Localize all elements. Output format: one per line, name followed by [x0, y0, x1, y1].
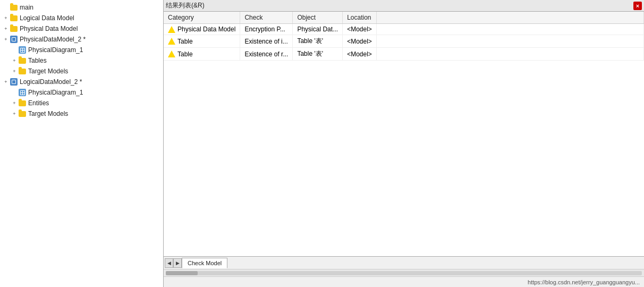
tab-scroll-right[interactable]: ▶	[173, 258, 182, 268]
tree-item-tables[interactable]: + Tables	[0, 55, 163, 66]
result-panel: 结果列表(&R) × Category Check Object Locatio…	[164, 0, 644, 287]
folder-icon-targetmodels-b	[18, 109, 27, 118]
folder-icon-physical	[10, 24, 18, 33]
tree-item-main[interactable]: main	[0, 2, 163, 13]
expand-icon-logical: +	[2, 14, 10, 22]
tree-label-tables: Tables	[28, 57, 47, 64]
col-check: Check	[240, 12, 293, 24]
table-row[interactable]: Table Existence of r... Table '表' <Model…	[164, 48, 644, 61]
tree-item-physdiag1b[interactable]: PhysicalDiagram_1	[0, 87, 163, 98]
table-row[interactable]: Physical Data Model Encryption P... Phys…	[164, 24, 644, 35]
expand-icon-entities: +	[11, 99, 18, 107]
tree-item-targetmodels-a[interactable]: + Target Models	[0, 66, 163, 77]
tab-check-model[interactable]: Check Model	[182, 258, 227, 268]
expand-icon-ldm2: +	[2, 78, 10, 86]
table-row[interactable]: Table Existence of i... Table '表' <Model…	[164, 35, 644, 48]
result-table-container: Category Check Object Location Physical …	[164, 12, 644, 256]
tree-label-pdm2: PhysicalDataModel_2 *	[20, 36, 86, 43]
scroll-thumb	[166, 271, 198, 275]
close-button[interactable]: ×	[633, 2, 642, 10]
tree-item-physdiag1[interactable]: PhysicalDiagram_1	[0, 45, 163, 55]
tab-bar: ◀ ▶ Check Model	[164, 256, 644, 269]
row2-object: Table '表'	[293, 35, 343, 48]
expand-icon-main	[2, 4, 10, 11]
expand-icon-tables: +	[11, 57, 18, 64]
table-body: Physical Data Model Encryption P... Phys…	[164, 24, 644, 61]
row3-location: <Model>	[343, 48, 377, 61]
row1-location: <Model>	[343, 24, 377, 35]
expand-icon-targetmodels-b: +	[11, 110, 18, 117]
warning-icon	[168, 50, 175, 57]
diagram-icon-physdiag1	[18, 46, 27, 54]
tree-label-main: main	[20, 4, 33, 11]
tab-scroll-left[interactable]: ◀	[165, 258, 173, 268]
tree-item-pdm2[interactable]: + PhysicalDataModel_2 *	[0, 34, 163, 45]
tree-label-logical: Logical Data Model	[20, 14, 74, 22]
row2-location: <Model>	[343, 35, 377, 48]
warning-icon	[168, 26, 175, 33]
row3-check: Existence of r...	[240, 48, 293, 61]
tree-item-physical[interactable]: + Physical Data Model	[0, 23, 163, 34]
col-object: Object	[293, 12, 343, 24]
expand-icon-targetmodels-a: +	[11, 67, 18, 75]
folder-icon-logical	[10, 14, 18, 22]
tree-label-targetmodels-b: Target Models	[28, 110, 68, 117]
status-bar: https://blog.csdn.net/jerry_guangguangyu…	[164, 276, 644, 287]
folder-icon-tables	[18, 56, 27, 65]
tree-item-logical[interactable]: + Logical Data Model	[0, 13, 163, 23]
result-title: 结果列表(&R)	[166, 1, 205, 10]
folder-icon-entities	[18, 99, 27, 107]
diagram-icon-physdiag1b	[18, 88, 27, 97]
expand-icon-physical: +	[2, 25, 10, 32]
model-icon-pdm2	[10, 35, 18, 44]
file-tree: main + Logical Data Model + Physical Dat…	[0, 0, 164, 287]
row1-object: Physical Dat...	[293, 24, 343, 35]
scroll-track	[166, 271, 642, 275]
table-header: Category Check Object Location	[164, 12, 644, 24]
row1-category: Physical Data Model	[164, 24, 240, 35]
model-icon-ldm2	[10, 78, 18, 86]
row1-check: Encryption P...	[240, 24, 293, 35]
tree-item-entities[interactable]: + Entities	[0, 98, 163, 108]
row3-object: Table '表'	[293, 48, 343, 61]
tree-label-physical: Physical Data Model	[20, 25, 78, 32]
folder-icon-main	[10, 3, 18, 12]
warning-icon	[168, 38, 175, 45]
horizontal-scrollbar[interactable]	[164, 269, 644, 276]
col-location: Location	[343, 12, 377, 24]
tree-item-targetmodels-b[interactable]: + Target Models	[0, 108, 163, 119]
expand-icon-physdiag1b	[11, 89, 18, 96]
row3-category: Table	[164, 48, 240, 61]
result-header: 结果列表(&R) ×	[164, 0, 644, 12]
expand-icon-physdiag1	[11, 46, 18, 54]
tree-label-targetmodels-a: Target Models	[28, 67, 68, 75]
status-url: https://blog.csdn.net/jerry_guangguangyu…	[528, 279, 640, 285]
tree-label-entities: Entities	[28, 99, 49, 107]
tree-label-physdiag1b: PhysicalDiagram_1	[28, 89, 83, 96]
tree-item-ldm2[interactable]: + LogicalDataModel_2 *	[0, 77, 163, 87]
expand-icon-pdm2: +	[2, 36, 10, 43]
col-extra	[376, 12, 643, 24]
row2-check: Existence of i...	[240, 35, 293, 48]
tree-label-ldm2: LogicalDataModel_2 *	[20, 78, 82, 86]
folder-icon-targetmodels-a	[18, 67, 27, 75]
result-table: Category Check Object Location Physical …	[164, 12, 644, 61]
col-category: Category	[164, 12, 240, 24]
tree-label-physdiag1: PhysicalDiagram_1	[28, 46, 83, 54]
row2-category: Table	[164, 35, 240, 48]
